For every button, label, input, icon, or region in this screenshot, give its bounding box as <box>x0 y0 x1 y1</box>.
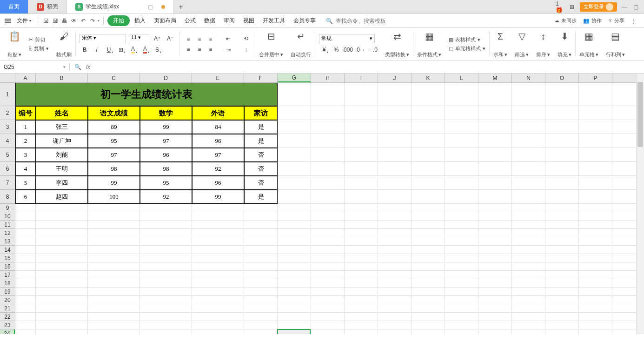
cell-N7[interactable] <box>512 176 545 190</box>
cell-O14[interactable] <box>545 246 579 254</box>
fill-color-button[interactable]: A▾ <box>128 45 138 54</box>
align-middle-icon[interactable]: ≡ <box>194 34 205 44</box>
cell-B17[interactable] <box>36 271 88 279</box>
cell-B22[interactable] <box>36 313 88 321</box>
cell-I2[interactable] <box>345 106 378 120</box>
cell-A6[interactable]: 4 <box>15 162 36 176</box>
cell-L4[interactable] <box>445 134 478 148</box>
cell-O18[interactable] <box>545 279 579 288</box>
tab-vip[interactable]: 会员专享 <box>290 15 319 27</box>
cell-H15[interactable] <box>311 254 345 262</box>
row-header-1[interactable]: 1 <box>0 83 15 106</box>
cell-G23[interactable] <box>278 321 311 329</box>
cell-N23[interactable] <box>512 321 545 329</box>
increase-decimal-icon[interactable]: .0→ <box>355 45 365 54</box>
rowcol-button[interactable]: 行和列▾ <box>606 51 625 58</box>
cell-M17[interactable] <box>478 271 512 279</box>
col-header-A[interactable]: A <box>15 74 36 82</box>
cell-K21[interactable] <box>412 304 445 313</box>
cell-N12[interactable] <box>512 229 545 237</box>
cell-O10[interactable] <box>545 212 579 221</box>
tab-current-file[interactable]: S 学生成绩.xlsx ▢ <box>67 0 174 13</box>
cell-I1[interactable] <box>345 83 378 106</box>
cell-C4[interactable]: 95 <box>88 134 140 148</box>
cell-M18[interactable] <box>478 279 512 288</box>
cell-E11[interactable] <box>192 221 244 229</box>
cell-G16[interactable] <box>278 262 311 271</box>
cell-G5[interactable] <box>278 148 311 162</box>
cell-I12[interactable] <box>345 229 378 237</box>
align-center-icon[interactable]: ≡ <box>194 45 205 54</box>
cell-D8[interactable]: 92 <box>140 190 192 204</box>
cell-L19[interactable] <box>445 288 478 296</box>
cell-D18[interactable] <box>140 279 192 288</box>
cell-M2[interactable] <box>478 106 512 120</box>
cell-J12[interactable] <box>378 229 412 237</box>
cell-E13[interactable] <box>192 237 244 246</box>
cell-M19[interactable] <box>478 288 512 296</box>
table-header-4[interactable]: 外语 <box>192 106 244 120</box>
autosum-button[interactable]: 求和▾ <box>493 51 507 58</box>
cell-H17[interactable] <box>311 271 345 279</box>
cell-J21[interactable] <box>378 304 412 313</box>
table-style-button[interactable]: ▦表格样式▾ <box>449 36 485 43</box>
cell-H18[interactable] <box>311 279 345 288</box>
cell-C9[interactable] <box>88 204 140 212</box>
coop-button[interactable]: 👥协作 <box>583 17 602 24</box>
col-header-M[interactable]: M <box>478 74 512 82</box>
cell-B12[interactable] <box>36 229 88 237</box>
row-header-7[interactable]: 7 <box>0 176 15 190</box>
row-header-2[interactable]: 2 <box>0 106 15 120</box>
file-menu[interactable]: 文件▾ <box>14 15 34 26</box>
cell-J20[interactable] <box>378 296 412 304</box>
table-title[interactable]: 初一学生成绩统计表 <box>15 83 278 106</box>
cell-B19[interactable] <box>36 288 88 296</box>
cell-E20[interactable] <box>192 296 244 304</box>
cell-D6[interactable]: 98 <box>140 162 192 176</box>
cell-J11[interactable] <box>378 221 412 229</box>
cell-L23[interactable] <box>445 321 478 329</box>
cell-M7[interactable] <box>478 176 512 190</box>
cell-H3[interactable] <box>311 120 345 134</box>
decrease-font-icon[interactable]: A⁻ <box>165 34 175 43</box>
cell-A5[interactable]: 3 <box>15 148 36 162</box>
filter-button[interactable]: 筛选▾ <box>515 51 529 58</box>
cell-P9[interactable] <box>579 204 612 212</box>
col-header-G[interactable]: G <box>278 74 311 82</box>
cell-L22[interactable] <box>445 313 478 321</box>
new-tab-button[interactable]: + <box>174 0 188 13</box>
cell-H16[interactable] <box>311 262 345 271</box>
cell-G1[interactable] <box>278 83 311 106</box>
cell-O19[interactable] <box>545 288 579 296</box>
cell-A19[interactable] <box>15 288 36 296</box>
cell-H8[interactable] <box>311 190 345 204</box>
row-header-8[interactable]: 8 <box>0 190 15 204</box>
border-button[interactable]: ⊞▾ <box>116 45 126 54</box>
cell-C6[interactable]: 98 <box>88 162 140 176</box>
cell-K15[interactable] <box>412 254 445 262</box>
cell-K8[interactable] <box>412 190 445 204</box>
cell-J19[interactable] <box>378 288 412 296</box>
cell-A16[interactable] <box>15 262 36 271</box>
cell-A15[interactable] <box>15 254 36 262</box>
col-header-P[interactable]: P <box>579 74 612 82</box>
fill-button[interactable]: 填充▾ <box>558 51 571 58</box>
cell-L13[interactable] <box>445 237 478 246</box>
cell-K16[interactable] <box>412 262 445 271</box>
cell-O17[interactable] <box>545 271 579 279</box>
cell-M10[interactable] <box>478 212 512 221</box>
number-format-select[interactable]: 常规▾ <box>319 34 375 43</box>
cell-N9[interactable] <box>512 204 545 212</box>
promo-icon[interactable]: 1🎁 <box>556 3 564 11</box>
cell-E24[interactable] <box>192 329 244 334</box>
cell-B23[interactable] <box>36 321 88 329</box>
cell-C15[interactable] <box>88 254 140 262</box>
cell-G8[interactable] <box>278 190 311 204</box>
cell-P12[interactable] <box>579 229 612 237</box>
cell-F5[interactable]: 否 <box>244 148 278 162</box>
cell-J1[interactable] <box>378 83 412 106</box>
cell-D12[interactable] <box>140 229 192 237</box>
cell-M4[interactable] <box>478 134 512 148</box>
row-header-10[interactable]: 10 <box>0 212 15 221</box>
cell-E6[interactable]: 92 <box>192 162 244 176</box>
